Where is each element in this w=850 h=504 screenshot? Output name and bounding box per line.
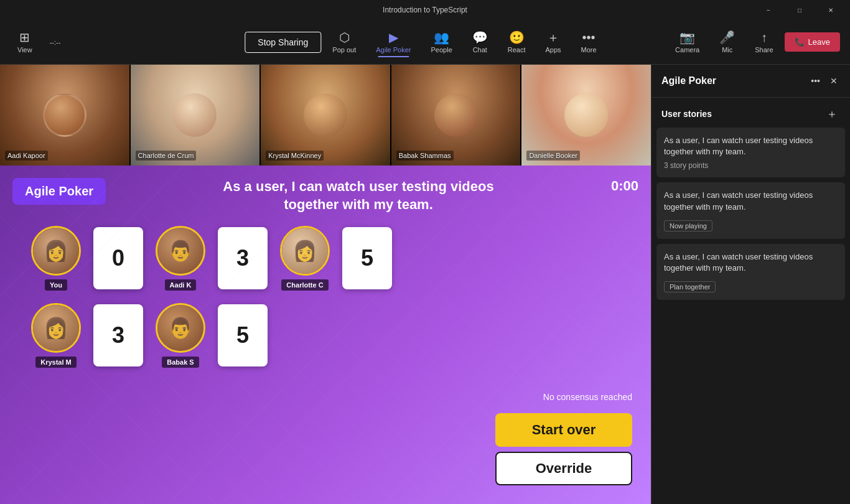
chat-button[interactable]: 💬 Chat (464, 27, 497, 57)
grid-icon: ⊞ (19, 31, 30, 44)
agile-poker-label: Agile Poker (376, 46, 411, 54)
more-icon: ••• (582, 31, 595, 44)
video-strip: Aadi Kapoor Charlotte de Crum Krystal Mc… (0, 65, 651, 166)
player-name-babak: Babak S (162, 357, 198, 368)
players-row-1: 👩 You 0 👨 Aadi K 3 (31, 226, 638, 291)
poker-app-logo: Agile Poker (12, 178, 106, 205)
no-consensus-text: No consensus reached (543, 392, 632, 402)
poker-card-you: 0 (93, 227, 143, 289)
camera-button[interactable]: 📷 Camera (666, 27, 708, 57)
story-card-1: As a user, I can watch user testing vide… (656, 128, 845, 177)
mic-label: Mic (722, 46, 732, 54)
react-button[interactable]: 🙂 React (499, 27, 535, 57)
mic-icon: 🎤 (719, 31, 735, 44)
minimize-button[interactable]: − (754, 0, 783, 20)
leave-phone-icon: 📞 (795, 37, 805, 47)
player-avatar-aadi: 👨 (156, 226, 205, 276)
toolbar-right: 📷 Camera 🎤 Mic ↑ Share 📞 Leave (666, 27, 840, 57)
start-over-button[interactable]: Start over (495, 413, 632, 447)
add-story-button[interactable]: ＋ (824, 105, 840, 123)
story-text-1: As a user, I can watch user testing vide… (664, 135, 838, 157)
panel-header: Agile Poker ••• ✕ (652, 65, 850, 98)
chat-label: Chat (473, 46, 487, 54)
player-name-you: You (45, 279, 67, 291)
popout-icon: ⬡ (339, 31, 350, 44)
stop-sharing-button[interactable]: Stop Sharing (245, 32, 321, 53)
camera-label: Camera (675, 46, 699, 54)
face-aadi: 👨 (157, 228, 203, 274)
apps-button[interactable]: ＋ Apps (537, 27, 570, 57)
player-avatar-charlotte: 👩 (280, 226, 330, 276)
panel-section-header: User stories ＋ (652, 98, 850, 128)
react-icon: 🙂 (509, 31, 525, 44)
player-avatar-babak: 👨 (156, 303, 205, 353)
main-content: Aadi Kapoor Charlotte de Crum Krystal Mc… (0, 65, 850, 504)
people-label: People (431, 46, 452, 54)
story-badge-2: Now playing (664, 220, 712, 231)
people-icon: 👥 (434, 31, 449, 44)
players-row-2: 👩 Krystal M 3 👨 Babak S 5 (31, 303, 638, 368)
participant-name-babak: Babak Shammas (396, 151, 454, 161)
share-button[interactable]: ↑ Share (746, 27, 782, 57)
player-avatar-you: 👩 (31, 226, 81, 276)
mic-button[interactable]: 🎤 Mic (711, 27, 744, 57)
title-bar: Introduction to TypeScript − □ ✕ (0, 0, 850, 20)
poker-timer: 0:00 (611, 178, 638, 194)
player-krystal: 👩 Krystal M (31, 303, 81, 368)
face-charlotte: 👩 (282, 228, 328, 274)
player-avatar-krystal: 👩 (31, 303, 81, 353)
face-krystal: 👩 (33, 305, 79, 351)
popout-button[interactable]: ⬡ Pop out (324, 27, 365, 57)
player-name-krystal: Krystal M (35, 357, 77, 368)
poker-header: Agile Poker As a user, I can watch user … (12, 178, 638, 213)
right-panel: Agile Poker ••• ✕ User stories ＋ As a us… (651, 65, 850, 504)
panel-more-button[interactable]: ••• (808, 73, 823, 88)
apps-icon: ＋ (547, 31, 559, 44)
player-aadi: 👨 Aadi K (156, 226, 205, 291)
more-button[interactable]: ••• More (572, 27, 605, 57)
people-button[interactable]: 👥 People (422, 27, 460, 57)
video-tile-krystal: Krystal McKinney (261, 65, 390, 166)
face-babak: 👨 (157, 305, 203, 351)
chat-icon: 💬 (472, 31, 488, 44)
override-button[interactable]: Override (495, 452, 632, 485)
participant-name-aadi: Aadi Kapoor (5, 151, 48, 161)
poker-card-babak: 5 (218, 304, 268, 366)
react-label: React (508, 46, 526, 54)
poker-card-charlotte: 5 (342, 227, 392, 289)
view-button[interactable]: ⊞ View (10, 27, 40, 57)
video-tile-charlotte: Charlotte de Crum (131, 65, 260, 166)
share-label: Share (755, 46, 773, 54)
poker-card-aadi: 3 (218, 227, 268, 289)
player-babak: 👨 Babak S (156, 303, 205, 368)
video-area: Aadi Kapoor Charlotte de Crum Krystal Mc… (0, 65, 651, 504)
popout-label: Pop out (332, 46, 356, 54)
maximize-button[interactable]: □ (785, 0, 814, 20)
story-card-2: As a user, I can watch user testing vide… (656, 182, 845, 238)
player-name-charlotte: Charlotte C (281, 279, 328, 291)
story-badge-3: Plan together (664, 281, 716, 292)
panel-actions: ••• ✕ (808, 73, 840, 88)
leave-button[interactable]: 📞 Leave (785, 32, 840, 52)
timer-display: --:-- (45, 36, 66, 49)
agile-poker-button[interactable]: ▶ Agile Poker (367, 27, 419, 57)
video-tile-danielle: Danielle Booker (521, 65, 651, 166)
share-icon: ↑ (761, 31, 767, 44)
story-points-1: 3 story points (664, 161, 838, 170)
title-bar-title: Introduction to TypeScript (383, 6, 467, 14)
agile-poker-icon: ▶ (389, 31, 398, 44)
view-label: View (17, 46, 32, 54)
window-controls: − □ ✕ (754, 0, 845, 20)
story-text-3: As a user, I can watch user testing vide… (664, 251, 838, 274)
video-tile-babak: Babak Shammas (391, 65, 521, 166)
player-charlotte: 👩 Charlotte C (280, 226, 330, 291)
poker-card-krystal: 3 (93, 304, 143, 366)
participant-name-danielle: Danielle Booker (526, 151, 580, 161)
panel-close-button[interactable]: ✕ (828, 73, 840, 88)
panel-title: Agile Poker (661, 75, 716, 86)
action-buttons: No consensus reached Start over Override (495, 392, 632, 485)
poker-current-story: As a user, I can watch user testing vide… (203, 178, 514, 213)
close-button[interactable]: ✕ (816, 0, 845, 20)
participant-name-krystal: Krystal McKinney (266, 151, 324, 161)
face-you: 👩 (33, 228, 79, 274)
